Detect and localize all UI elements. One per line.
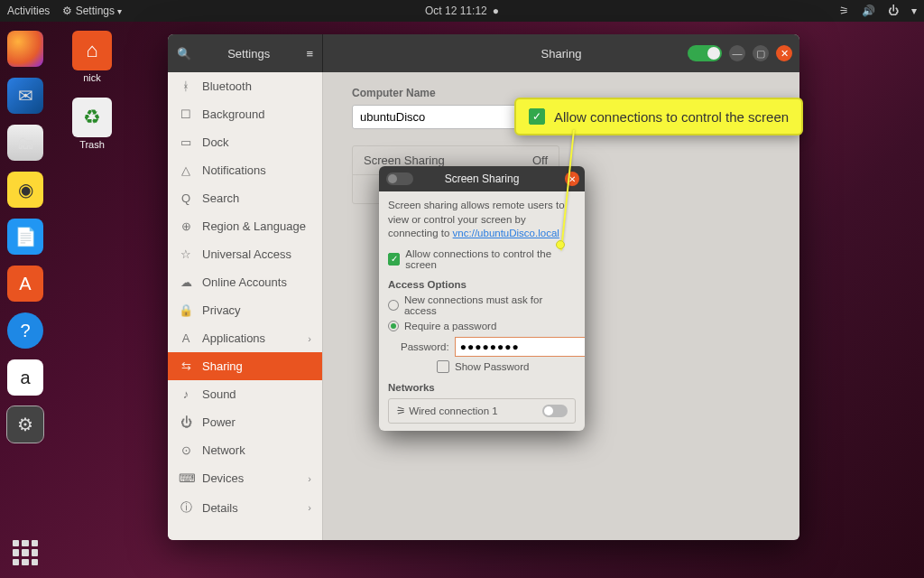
sidebar-item-label: Details <box>202 501 238 515</box>
sidebar-title: Settings <box>227 47 270 61</box>
sidebar-item-notifications[interactable]: △Notifications <box>168 156 322 184</box>
sidebar-item-label: Notifications <box>202 163 266 177</box>
sidebar-item-sound[interactable]: ♪Sound <box>168 380 322 408</box>
sidebar-item-label: Online Accounts <box>202 275 287 289</box>
sidebar-icon: ⏻ <box>179 415 193 429</box>
sidebar-icon: A <box>179 331 193 345</box>
sidebar-item-power[interactable]: ⏻Power <box>168 408 322 436</box>
home-folder-icon: ⌂ <box>72 31 112 70</box>
screen-sharing-toggle[interactable] <box>386 172 413 185</box>
sidebar-item-devices[interactable]: ⌨Devices› <box>168 464 322 492</box>
sidebar-item-label: Privacy <box>202 303 241 317</box>
sidebar-icon: ♪ <box>179 387 193 401</box>
callout-checkbox-icon: ✓ <box>529 108 545 125</box>
sidebar-item-label: Applications <box>202 331 265 345</box>
callout-pointer-dot <box>556 240 565 249</box>
sidebar-icon: ᚼ <box>179 79 193 93</box>
hamburger-icon[interactable]: ≡ <box>306 47 313 61</box>
settings-menu[interactable]: ⚙ Settings <box>62 5 121 17</box>
desktop-icon-home[interactable]: ⌂ nick <box>67 31 117 83</box>
launcher-dock: ✉ 🗂 ◉ 📄 A ? a ⚙ <box>0 22 51 578</box>
callout-highlight: ✓ Allow connections to control the scree… <box>514 98 803 135</box>
sidebar-item-label: Devices <box>202 471 244 485</box>
networks-header: Networks <box>388 382 576 393</box>
dialog-description: Screen sharing allows remote users to vi… <box>388 199 576 241</box>
sidebar-item-privacy[interactable]: 🔒Privacy <box>168 296 322 324</box>
maximize-button[interactable]: ▢ <box>753 45 769 61</box>
close-button[interactable]: ✕ <box>776 45 792 61</box>
sidebar-icon: ☁ <box>179 275 193 289</box>
access-options-header: Access Options <box>388 279 576 290</box>
sidebar-item-details[interactable]: ⓘDetails› <box>168 492 322 523</box>
wired-icon: ⚞ <box>396 406 409 416</box>
sidebar-icon: ⇆ <box>179 359 193 373</box>
sidebar-item-search[interactable]: QSearch <box>168 184 322 212</box>
clock[interactable]: Oct 12 11:12 <box>425 5 487 17</box>
gear-icon: ⚙ <box>62 5 75 17</box>
password-input[interactable] <box>455 337 585 357</box>
sidebar-icon: 🔒 <box>179 303 193 317</box>
search-icon[interactable]: 🔍 <box>177 47 191 61</box>
launcher-firefox[interactable] <box>7 31 43 67</box>
sidebar-icon: ☐ <box>179 107 193 121</box>
show-password-checkbox[interactable] <box>437 360 449 373</box>
launcher-rhythmbox[interactable]: ◉ <box>7 172 43 208</box>
chevron-right-icon: › <box>308 502 311 513</box>
sharing-master-toggle[interactable] <box>688 45 722 61</box>
launcher-amazon[interactable]: a <box>7 359 43 396</box>
launcher-help[interactable]: ? <box>7 312 43 349</box>
launcher-files[interactable]: 🗂 <box>7 125 43 161</box>
network-toggle[interactable] <box>542 405 568 417</box>
radio-ask-access[interactable] <box>388 300 399 311</box>
sidebar-item-universal-access[interactable]: ☆Universal Access <box>168 240 322 268</box>
settings-sidebar: ᚼBluetooth☐Background▭Dock△Notifications… <box>168 72 323 540</box>
launcher-settings[interactable]: ⚙ <box>7 406 43 443</box>
row-label: Screen Sharing <box>364 154 445 167</box>
row-value: Off <box>532 154 548 167</box>
sidebar-icon: Q <box>179 191 193 205</box>
allow-control-label: Allow connections to control the screen <box>405 248 576 270</box>
sidebar-item-label: Network <box>202 443 245 457</box>
notification-dot-icon: ● <box>493 5 499 17</box>
sidebar-icon: ⓘ <box>179 499 193 516</box>
launcher-writer[interactable]: 📄 <box>7 219 43 255</box>
volume-icon[interactable]: 🔊 <box>862 5 875 17</box>
sidebar-item-region-language[interactable]: ⊕Region & Language <box>168 212 322 240</box>
dialog-title: Screen Sharing <box>445 172 520 185</box>
sidebar-icon: ⊕ <box>179 219 193 233</box>
sidebar-icon: ⊙ <box>179 443 193 457</box>
sidebar-item-bluetooth[interactable]: ᚼBluetooth <box>168 72 322 100</box>
sidebar-item-network[interactable]: ⊙Network <box>168 436 322 464</box>
chevron-down-icon[interactable]: ▾ <box>911 5 917 17</box>
desktop-icon-trash[interactable]: ♻ Trash <box>67 98 117 150</box>
sidebar-item-sharing[interactable]: ⇆Sharing <box>168 352 322 380</box>
dialog-titlebar: Screen Sharing ✕ <box>379 166 585 191</box>
radio-require-password[interactable] <box>388 321 399 331</box>
chevron-right-icon: › <box>308 333 311 344</box>
sidebar-item-label: Universal Access <box>202 247 291 261</box>
network-icon[interactable]: ⚞ <box>839 5 849 17</box>
launcher-thunderbird[interactable]: ✉ <box>7 78 43 114</box>
sidebar-item-label: Sharing <box>202 359 243 373</box>
sidebar-item-label: Background <box>202 107 264 121</box>
sidebar-icon: ⌨ <box>179 471 193 485</box>
sidebar-item-online-accounts[interactable]: ☁Online Accounts <box>168 268 322 296</box>
launcher-software[interactable]: A <box>7 266 43 302</box>
power-icon[interactable]: ⏻ <box>888 5 899 17</box>
network-name: Wired connection 1 <box>409 406 497 416</box>
allow-control-checkbox[interactable]: ✓ <box>388 253 400 266</box>
trash-icon: ♻ <box>72 98 112 137</box>
sidebar-item-dock[interactable]: ▭Dock <box>168 128 322 156</box>
sidebar-item-applications[interactable]: AApplications› <box>168 324 322 352</box>
show-password-label: Show Password <box>455 361 529 372</box>
sidebar-item-background[interactable]: ☐Background <box>168 100 322 128</box>
minimize-button[interactable]: — <box>729 45 745 61</box>
vnc-link[interactable]: vnc://ubuntuDisco.local <box>453 228 559 238</box>
sidebar-icon: ☆ <box>179 247 193 261</box>
sidebar-item-label: Dock <box>202 135 229 149</box>
show-applications-button[interactable] <box>13 540 38 565</box>
activities-button[interactable]: Activities <box>7 5 50 17</box>
sidebar-item-label: Sound <box>202 387 236 401</box>
desktop-icon-label: Trash <box>67 139 117 150</box>
radio-password-label: Require a password <box>404 321 496 331</box>
